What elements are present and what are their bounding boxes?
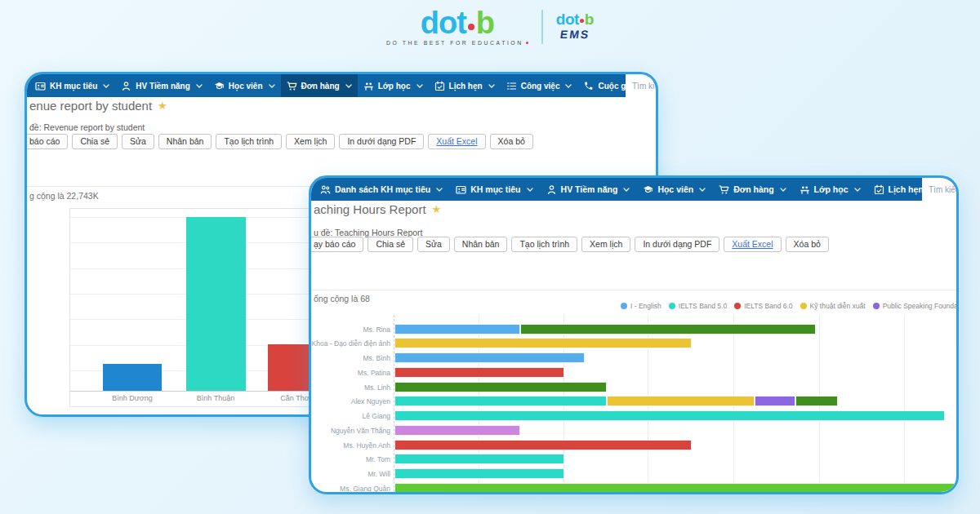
search-input[interactable] xyxy=(626,74,656,97)
logo-text-dot: dot xyxy=(421,6,466,40)
phone-icon xyxy=(583,81,594,91)
action-button-bao-cao[interactable]: báo cáo xyxy=(24,134,68,149)
graduation-cap-icon xyxy=(214,81,225,91)
action-button-sua[interactable]: Sửa xyxy=(122,134,154,149)
action-button-nhan-ban[interactable]: Nhân bản xyxy=(158,134,212,149)
logo-text-b: b xyxy=(476,6,494,40)
bar-segment xyxy=(520,324,816,335)
chevron-down-icon xyxy=(780,188,786,192)
row-label: Nguyễn Minh Khoa - Đạo diễn điện ảnh xyxy=(309,336,390,351)
bar-segment xyxy=(394,396,607,406)
nav-item-lop-hoc[interactable]: Lớp học xyxy=(358,74,429,97)
nav-item-label: Lớp học xyxy=(814,184,849,194)
nav-item-kh-muc-tieu[interactable]: KH mục tiêu xyxy=(29,74,115,97)
chart-row-mr-tom: Mr. Tom xyxy=(311,452,956,467)
action-button-tao-lich-trinh[interactable]: Tạo lịch trình xyxy=(511,237,577,252)
nav-item-label: Đơn hàng xyxy=(733,184,773,194)
action-button-chia-se[interactable]: Chia sẻ xyxy=(368,237,413,252)
nav-item-hv-tiem-nang[interactable]: HV Tiềm năng xyxy=(540,178,637,201)
action-button-xoa-bo[interactable]: Xóa bỏ xyxy=(490,134,533,149)
report-title-text: enue report by student xyxy=(29,99,152,113)
nav-item-cong-viec[interactable]: Công việc xyxy=(501,74,578,97)
action-button-xuat-excel[interactable]: Xuất Excel xyxy=(724,237,781,252)
action-button-xem-lich[interactable]: Xem lịch xyxy=(286,134,335,149)
chart-row-nguyen-van-thang: Nguyễn Văn Thắng xyxy=(311,423,956,438)
chart-legend: I - EnglishIELTS Band 5.0IELTS Band 6.0K… xyxy=(621,302,959,310)
id-badge-icon xyxy=(456,184,466,195)
id-badge-icon xyxy=(35,81,46,91)
row-label: Ms. Giang Quân xyxy=(309,481,390,494)
x-axis-label: Bình Thuận xyxy=(179,394,252,402)
action-button-chia-se[interactable]: Chia sẻ xyxy=(72,134,118,149)
action-button-xoa-bo[interactable]: Xóa bỏ xyxy=(786,237,829,252)
chevron-down-icon xyxy=(527,188,533,192)
nav-item-hv-tiem-nang[interactable]: HV Tiềm năng xyxy=(115,74,208,97)
row-bars xyxy=(394,454,564,464)
nav-item-lich-hen[interactable]: Lịch hẹn xyxy=(429,74,501,97)
action-button-xem-lich[interactable]: Xem lịch xyxy=(581,237,630,252)
action-button-in-duoi-dang-pdf[interactable]: In dưới dạng PDF xyxy=(339,134,424,149)
chart-total-label: g cộng là 22,743K xyxy=(29,191,99,201)
row-bars xyxy=(394,410,945,421)
report-actions: báo cáoChia sẻSửaNhân bảnTạo lịch trìnhX… xyxy=(24,134,533,149)
bar-binh-thuan xyxy=(186,217,246,391)
row-label: Lê Giang xyxy=(309,409,390,423)
chevron-down-icon xyxy=(854,188,861,192)
chevron-down-icon xyxy=(565,84,572,88)
tagline-dot-icon xyxy=(526,42,528,44)
ems-wordmark: dotb xyxy=(556,12,594,27)
report-actions: ạy báo cáoChia sẻSửaNhân bảnTạo lịch trì… xyxy=(309,237,829,252)
cart-icon xyxy=(719,184,729,195)
bar-segment xyxy=(795,396,838,406)
chevron-down-icon xyxy=(345,84,352,88)
nav-item-hoc-vien[interactable]: Học viên xyxy=(636,178,712,201)
nav-item-label: HV Tiềm năng xyxy=(136,82,190,91)
person-icon xyxy=(546,184,557,195)
row-bars xyxy=(394,440,692,450)
calendar-icon xyxy=(874,184,884,195)
navbar: Danh sách KH mục tiêuKH mục tiêuHV Tiềm … xyxy=(311,178,956,201)
nav-item-on-hang[interactable]: Đơn hàng xyxy=(281,74,358,97)
action-button-xuat-excel[interactable]: Xuất Excel xyxy=(428,134,485,149)
action-button-nhan-ban[interactable]: Nhân bản xyxy=(454,237,508,252)
bar-segment xyxy=(394,382,607,392)
nav-items: KH mục tiêuHV Tiềm năngHọc viênĐơn hàngL… xyxy=(27,74,656,97)
row-label: Ms. Patina xyxy=(309,366,390,380)
x-axis-label: Bình Dương xyxy=(96,394,169,402)
search-input[interactable] xyxy=(922,178,956,201)
favorite-star-icon[interactable]: ★ xyxy=(432,203,442,215)
chart-row-ms-huyen-anh: Ms. Huyền Anh xyxy=(311,438,956,453)
bar-segment xyxy=(394,352,585,363)
nav-item-hoc-vien[interactable]: Học viên xyxy=(208,74,281,97)
row-bars xyxy=(394,483,955,494)
favorite-star-icon[interactable]: ★ xyxy=(158,100,167,112)
row-bars xyxy=(394,352,585,363)
tasks-icon xyxy=(506,81,517,91)
chart-row-mr-will: Mr. Will xyxy=(311,467,956,481)
nav-item-on-hang[interactable]: Đơn hàng xyxy=(712,178,792,201)
nav-item-danh-sach-kh-muc-tieu[interactable]: Danh sách KH mục tiêu xyxy=(314,178,449,201)
report-subject: đề: Revenue report by student xyxy=(29,122,145,132)
legend-dot-icon xyxy=(669,303,675,309)
action-button-in-duoi-dang-pdf[interactable]: In dưới dạng PDF xyxy=(635,237,719,252)
nav-item-lop-hoc[interactable]: Lớp học xyxy=(793,178,867,201)
logo-sub-red-dot-icon xyxy=(580,19,584,23)
logo-divider xyxy=(541,10,543,44)
row-label: Ms. Bình xyxy=(309,351,390,366)
legend-label: Kỹ thuật diễn xuất xyxy=(810,302,866,310)
chart-row-alex-nguyen: Alex Nguyen xyxy=(311,394,956,409)
nav-item-kh-muc-tieu[interactable]: KH mục tiêu xyxy=(449,178,539,201)
legend-label: IELTS Band 5.0 xyxy=(679,302,727,310)
row-label: Ms. Linh xyxy=(309,380,390,395)
nav-item-label: Lớp học xyxy=(378,82,411,91)
dotb-logo: dotb DO THE BEST FOR EDUCATION xyxy=(386,8,528,46)
logo-sub-dot: dot xyxy=(556,11,579,28)
window-teaching-hours-report: Danh sách KH mục tiêuKH mục tiêuHV Tiềm … xyxy=(309,175,959,494)
action-button-sua[interactable]: Sửa xyxy=(417,237,450,252)
logo-tagline-text: DO THE BEST FOR EDUCATION xyxy=(386,40,523,46)
bar-segment xyxy=(394,483,955,494)
chart-row-ms-linh: Ms. Linh xyxy=(311,380,956,395)
nav-item-label: Học viên xyxy=(657,184,693,194)
action-button-ay-bao-cao[interactable]: ạy báo cáo xyxy=(309,237,363,252)
action-button-tao-lich-trinh[interactable]: Tạo lịch trình xyxy=(216,134,282,149)
